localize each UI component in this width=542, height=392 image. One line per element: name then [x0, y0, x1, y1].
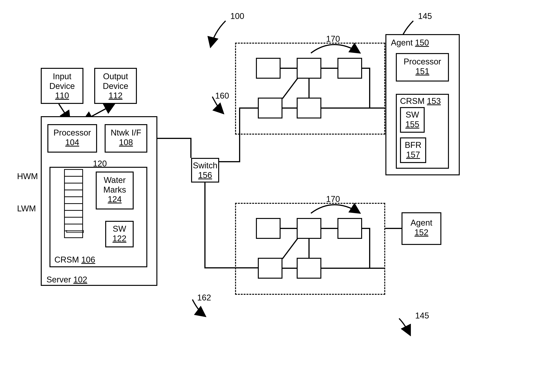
lwm-label: LWM	[17, 204, 36, 214]
server-label: Server 102	[46, 275, 87, 285]
node	[256, 58, 281, 79]
cloud-top-ref: 160	[215, 91, 229, 101]
output-device-label: Output Device112	[95, 72, 136, 101]
buffer-ref: 120	[93, 159, 107, 168]
input-device-box: Input Device110	[41, 68, 83, 104]
path-ref-top: 170	[326, 34, 340, 44]
node	[297, 218, 321, 239]
watermarks-box: Water Marks124	[96, 172, 134, 209]
agent-group-bottom-ref: 145	[415, 311, 429, 321]
node	[337, 58, 362, 79]
agent-second-label: Agent152	[402, 218, 440, 237]
input-device-label: Input Device110	[42, 72, 82, 101]
sw-server-label: SW122	[106, 224, 133, 243]
hwm-label: HWM	[17, 172, 38, 181]
node	[297, 58, 321, 79]
agent-processor-box: Processor151	[396, 53, 449, 81]
processor-box: Processor104	[47, 124, 97, 153]
sw-server-box: SW122	[105, 221, 134, 247]
path-ref-bottom: 170	[326, 194, 340, 204]
output-device-box: Output Device112	[94, 68, 137, 104]
ntwk-if-label: Ntwk I/F108	[106, 128, 146, 147]
agent-bfr-box: BFR157	[400, 137, 426, 163]
node	[258, 258, 282, 279]
crsm-label: CRSM 106	[54, 255, 95, 265]
processor-label: Processor104	[48, 128, 96, 147]
switch-box: Switch156	[191, 158, 219, 183]
buffer-base	[66, 230, 84, 233]
network-cloud-bottom	[235, 203, 385, 295]
node	[297, 98, 321, 118]
watermarks-label: Water Marks124	[97, 175, 133, 204]
agent-crsm-label: CRSM 153	[400, 96, 441, 106]
switch-label: Switch156	[192, 161, 218, 180]
ntwk-if-box: Ntwk I/F108	[105, 124, 147, 153]
agent-sw-label: SW155	[401, 110, 424, 129]
agent-processor-label: Processor151	[397, 57, 448, 76]
system-ref: 100	[230, 11, 244, 21]
diagram-canvas: Input Device110 Output Device112 Server …	[0, 0, 542, 392]
agent-second-box: Agent152	[401, 212, 441, 245]
node	[297, 258, 321, 279]
cloud-bottom-ref: 162	[197, 293, 211, 302]
network-cloud-top	[235, 43, 385, 134]
agent-main-label: Agent 150	[391, 38, 429, 48]
node	[258, 98, 282, 118]
agent-group-top-ref: 145	[418, 11, 432, 21]
agent-bfr-label: BFR157	[401, 140, 425, 159]
node	[256, 218, 281, 239]
node	[337, 218, 362, 239]
agent-sw-box: SW155	[400, 107, 425, 133]
buffer-watermark	[64, 169, 83, 238]
